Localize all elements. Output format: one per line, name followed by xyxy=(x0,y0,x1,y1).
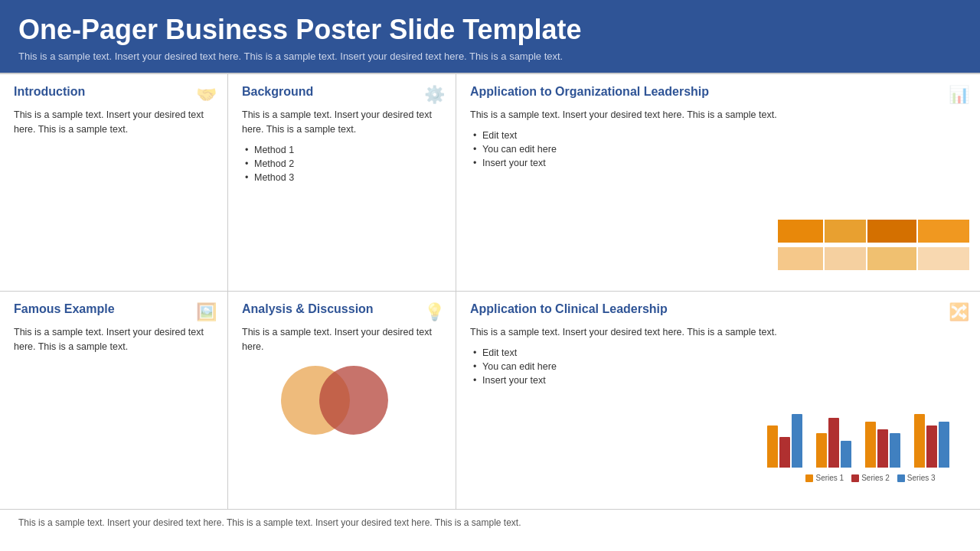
background-cell: Background ⚙️ This is a sample text. Ins… xyxy=(228,74,456,292)
org-leadership-title: Application to Organizational Leadership xyxy=(470,85,966,99)
bar-s1 xyxy=(767,425,778,468)
bar-group xyxy=(767,414,802,468)
analysis-cell: Analysis & Discussion 💡 This is a sample… xyxy=(228,292,456,509)
lightbulb-icon: 💡 xyxy=(424,302,445,322)
bar-s1 xyxy=(816,433,827,468)
list-item: Insert your text xyxy=(470,158,966,168)
venn-circle-right xyxy=(319,366,388,435)
footer: This is a sample text. Insert your desir… xyxy=(0,509,980,536)
famous-example-title: Famous Example xyxy=(14,302,214,316)
list-item: You can edit here xyxy=(470,144,966,155)
clinical-leadership-text: This is a sample text. Insert your desir… xyxy=(470,325,966,340)
legend-dot-s1 xyxy=(805,474,813,482)
gear-icon: ⚙️ xyxy=(424,85,445,105)
chart-bars xyxy=(767,409,974,471)
legend-dot-s3 xyxy=(897,474,905,482)
clinical-leadership-bullets: Edit text You can edit here Insert your … xyxy=(470,347,966,386)
legend-label-s2: Series 2 xyxy=(861,474,890,482)
list-item: Edit text xyxy=(470,347,966,358)
bar-s2 xyxy=(779,437,790,468)
bar-group xyxy=(914,414,949,468)
main-grid: Introduction 🤝 This is a sample text. In… xyxy=(0,73,980,509)
legend-label-s3: Series 3 xyxy=(907,474,936,482)
bar-chart-icon: 📊 xyxy=(949,85,969,105)
bar-s1 xyxy=(914,414,925,468)
bar-seg xyxy=(778,220,823,243)
list-item: Insert your text xyxy=(470,375,966,386)
org-leadership-cell: Application to Organizational Leadership… xyxy=(456,74,980,292)
bar-seg xyxy=(867,247,916,270)
chart-row-1 xyxy=(778,220,969,243)
introduction-text: This is a sample text. Insert your desir… xyxy=(14,108,214,137)
bar-s2 xyxy=(926,425,937,468)
bar-seg xyxy=(867,220,916,243)
list-item: Method 1 xyxy=(242,145,442,155)
bar-group xyxy=(865,422,900,468)
list-item: You can edit here xyxy=(470,361,966,372)
bar-s2 xyxy=(877,429,888,468)
bar-s3 xyxy=(792,414,802,468)
bar-group xyxy=(816,418,851,468)
handshake-icon: 🤝 xyxy=(196,85,217,105)
org-leadership-bullets: Edit text You can edit here Insert your … xyxy=(470,130,966,168)
bar-seg xyxy=(825,220,866,243)
background-title: Background xyxy=(242,85,442,99)
chart-row-2 xyxy=(778,247,969,270)
legend-series-3: Series 3 xyxy=(897,474,936,482)
legend-label-s1: Series 1 xyxy=(815,474,844,482)
chart-legend: Series 1 Series 2 Series 3 xyxy=(767,474,974,482)
clinical-leadership-cell: Application to Clinical Leadership 🔀 Thi… xyxy=(456,292,980,509)
bar-seg xyxy=(825,247,866,270)
list-item: Method 2 xyxy=(242,158,442,169)
analysis-text: This is a sample text. Insert your desir… xyxy=(242,325,442,354)
analysis-title: Analysis & Discussion xyxy=(242,302,442,316)
venn-diagram xyxy=(242,362,442,439)
org-leadership-text: This is a sample text. Insert your desir… xyxy=(470,108,966,122)
bar-s3 xyxy=(939,422,949,468)
list-item: Edit text xyxy=(470,130,966,141)
org-horizontal-chart xyxy=(778,220,969,277)
bar-seg xyxy=(918,220,969,243)
bar-seg xyxy=(778,247,823,270)
shuffle-icon: 🔀 xyxy=(949,302,969,322)
clinical-leadership-title: Application to Clinical Leadership xyxy=(470,302,966,316)
list-item: Method 3 xyxy=(242,172,442,183)
bar-s3 xyxy=(890,433,900,468)
bar-s1 xyxy=(865,422,876,468)
page-title: One-Pager Business Poster Slide Template xyxy=(18,14,962,46)
introduction-cell: Introduction 🤝 This is a sample text. In… xyxy=(0,74,228,292)
bar-s2 xyxy=(828,418,839,468)
famous-example-cell: Famous Example 🖼️ This is a sample text.… xyxy=(0,292,228,509)
introduction-title: Introduction xyxy=(14,85,214,99)
legend-series-1: Series 1 xyxy=(805,474,844,482)
header: One-Pager Business Poster Slide Template… xyxy=(0,0,980,73)
clinical-grouped-chart: Series 1 Series 2 Series 3 xyxy=(767,409,974,486)
famous-example-text: This is a sample text. Insert your desir… xyxy=(14,325,214,354)
footer-text: This is a sample text. Insert your desir… xyxy=(18,517,521,528)
legend-series-2: Series 2 xyxy=(851,474,890,482)
bar-s3 xyxy=(841,441,851,468)
legend-dot-s2 xyxy=(851,474,859,482)
header-subtitle: This is a sample text. Insert your desir… xyxy=(18,51,962,62)
picture-icon: 🖼️ xyxy=(196,302,217,322)
background-bullets: Method 1 Method 2 Method 3 xyxy=(242,145,442,183)
background-text: This is a sample text. Insert your desir… xyxy=(242,108,442,137)
bar-seg xyxy=(918,247,969,270)
